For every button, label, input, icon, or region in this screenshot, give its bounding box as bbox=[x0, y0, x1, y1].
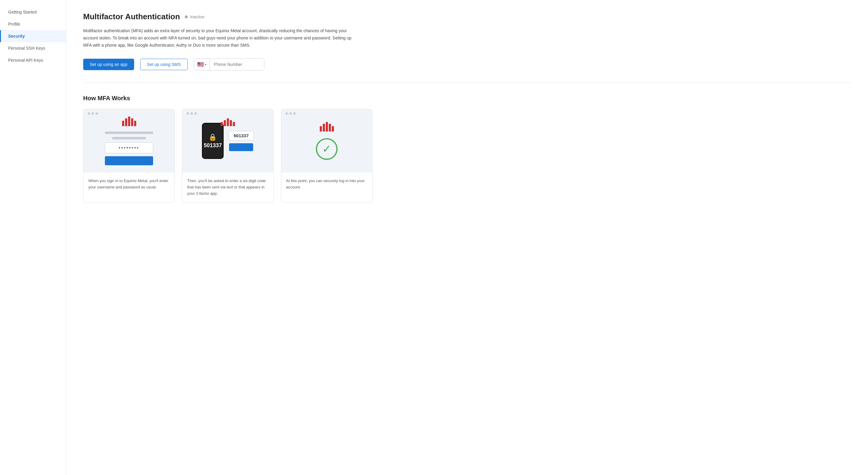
dot-1 bbox=[88, 112, 90, 115]
sidebar-item-getting-started[interactable]: Getting Started bbox=[0, 6, 66, 18]
dot-2 bbox=[92, 112, 94, 115]
setup-sms-button[interactable]: Set up using SMS bbox=[140, 59, 188, 70]
status-dot-inactive bbox=[185, 15, 188, 19]
actions-row: Set up using an app Set up using SMS 🇺🇸 … bbox=[83, 58, 851, 70]
phone-device-mock: 🔒 501337 bbox=[202, 123, 224, 159]
section-divider bbox=[83, 82, 851, 83]
password-dots-mock: •••••••• bbox=[105, 142, 153, 153]
mfa-card-1: •••••••• When you sign in to Equinix Met… bbox=[83, 109, 175, 202]
card-2-illustration: 🔒 501337 501337 bbox=[182, 109, 273, 172]
status-badge: Inactive bbox=[185, 14, 204, 19]
card-1-text: When you sign in to Equinix Metal, you'l… bbox=[84, 172, 175, 196]
logo-bar-4 bbox=[131, 118, 133, 126]
logo-bar-1 bbox=[122, 121, 124, 126]
logo-bar-12 bbox=[323, 124, 325, 132]
dot-8 bbox=[289, 112, 292, 115]
code-submit-mock bbox=[229, 143, 253, 151]
logo-bar-11 bbox=[320, 126, 322, 132]
logo-bar-13 bbox=[326, 122, 328, 132]
title-row: Multifactor Authentication Inactive bbox=[83, 12, 851, 21]
logo-bar-8 bbox=[227, 118, 229, 126]
how-mfa-works-title: How MFA Works bbox=[83, 95, 851, 102]
dot-4 bbox=[187, 112, 189, 115]
dot-7 bbox=[285, 112, 288, 115]
logo-bar-15 bbox=[332, 126, 334, 132]
page-title: Multifactor Authentication bbox=[83, 12, 180, 21]
browser-dots-2 bbox=[187, 112, 197, 115]
phone-number-input[interactable] bbox=[210, 59, 264, 70]
sidebar-item-personal-api-keys[interactable]: Personal API Keys bbox=[0, 54, 66, 66]
phone-code-mock: 🔒 501337 501337 bbox=[202, 123, 254, 159]
card-3-text: At this point, you can securely log in i… bbox=[281, 172, 372, 196]
check-circle: ✓ bbox=[316, 138, 338, 160]
card-3-illustration: ✓ bbox=[281, 109, 372, 172]
logo-bar-3 bbox=[128, 116, 130, 126]
lock-icon: 🔒 bbox=[209, 133, 217, 141]
sidebar-item-profile[interactable]: Profile bbox=[0, 18, 66, 30]
card-1-illustration: •••••••• bbox=[84, 109, 175, 172]
phone-input-group: 🇺🇸 ▾ bbox=[194, 58, 264, 70]
logo-bar-9 bbox=[230, 120, 232, 126]
equinix-logo-1 bbox=[122, 116, 136, 126]
mfa-card-3: ✓ At this point, you can securely log in… bbox=[281, 109, 373, 202]
sidebar: Getting Started Profile Security Persona… bbox=[0, 0, 66, 475]
sidebar-item-personal-ssh-keys[interactable]: Personal SSH Keys bbox=[0, 42, 66, 54]
browser-dots-3 bbox=[285, 112, 296, 115]
country-select[interactable]: 🇺🇸 ▾ bbox=[194, 59, 210, 70]
dot-5 bbox=[190, 112, 193, 115]
equinix-logo-3 bbox=[320, 122, 334, 132]
dot-6 bbox=[194, 112, 197, 115]
dot-3 bbox=[96, 112, 98, 115]
logo-bar-6 bbox=[221, 122, 223, 126]
text-line-2 bbox=[112, 137, 146, 139]
mfa-card-2: 🔒 501337 501337 Then, you'll be asked to… bbox=[182, 109, 274, 202]
main-content: Multifactor Authentication Inactive Mult… bbox=[66, 0, 868, 475]
logo-bar-5 bbox=[134, 121, 136, 126]
logo-bar-14 bbox=[329, 124, 331, 132]
login-btn-mock bbox=[105, 156, 153, 165]
chevron-down-icon: ▾ bbox=[205, 63, 207, 66]
success-mock: ✓ bbox=[316, 122, 338, 160]
sidebar-item-security[interactable]: Security bbox=[0, 30, 66, 42]
mfa-description: Multifactor authentication (MFA) adds an… bbox=[83, 27, 361, 49]
card-2-text: Then, you'll be asked to enter a six-dig… bbox=[182, 172, 273, 202]
logo-bar-7 bbox=[224, 120, 226, 126]
checkmark-icon: ✓ bbox=[322, 144, 331, 155]
browser-dots-1 bbox=[88, 112, 98, 115]
setup-app-button[interactable]: Set up using an app bbox=[83, 59, 134, 70]
text-line-1 bbox=[105, 132, 153, 134]
phone-code-display: 501337 bbox=[204, 142, 222, 149]
flag-icon: 🇺🇸 bbox=[197, 61, 204, 68]
logo-bar-2 bbox=[125, 118, 127, 126]
code-entry-mock: 501337 bbox=[228, 131, 254, 151]
dot-9 bbox=[293, 112, 296, 115]
logo-bar-10 bbox=[233, 122, 235, 126]
status-label: Inactive bbox=[190, 14, 204, 19]
login-form-mock: •••••••• bbox=[105, 116, 153, 165]
equinix-logo-2 bbox=[221, 118, 235, 126]
mfa-cards-row: •••••••• When you sign in to Equinix Met… bbox=[83, 109, 373, 202]
code-box-display: 501337 bbox=[228, 131, 254, 140]
